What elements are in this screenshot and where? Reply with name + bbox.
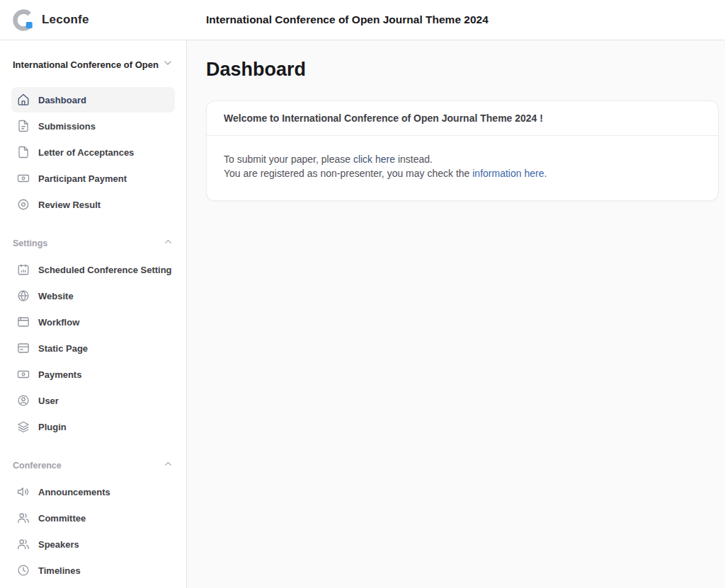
home-icon: [17, 93, 30, 106]
sidebar-item-website[interactable]: Website: [11, 283, 175, 309]
users-icon: [17, 538, 30, 550]
sidebar-item-label: Committee: [38, 513, 86, 524]
sidebar-item-letter-of-acceptances[interactable]: Letter of Acceptances: [11, 139, 175, 165]
app-logo[interactable]: Leconfe: [0, 8, 89, 32]
sidebar-item-label: Timelines: [38, 565, 81, 576]
section-header-conference[interactable]: Conference: [13, 459, 173, 472]
welcome-card-header: Welcome to International Conference of O…: [207, 101, 718, 135]
sidebar-item-label: Dashboard: [38, 95, 86, 105]
sidebar-item-label: Letter of Acceptances: [38, 147, 134, 158]
chevron-up-icon: [163, 459, 173, 472]
megaphone-icon: [17, 485, 30, 498]
users-icon: [17, 512, 30, 524]
sidebar-item-label: Payments: [38, 369, 81, 380]
sidebar-item-label: User: [38, 396, 59, 406]
sidebar-item-plugin[interactable]: Plugin: [11, 414, 175, 439]
information-here-link[interactable]: information here.: [472, 168, 547, 179]
sidebar-item-label: Review Result: [38, 200, 101, 210]
sidebar-item-label: Announcements: [38, 487, 110, 497]
section-label: Conference: [13, 461, 62, 471]
settings-nav: Scheduled Conference Setting Website Wor…: [11, 257, 175, 439]
page-title: Dashboard: [206, 59, 719, 81]
click-here-link[interactable]: click here: [353, 154, 395, 165]
sidebar-item-label: Static Page: [38, 343, 88, 354]
sidebar-item-label: Scheduled Conference Setting: [38, 265, 172, 275]
sidebar-item-user[interactable]: User: [11, 388, 175, 413]
brand-name: Leconfe: [42, 13, 89, 27]
chevron-down-icon: [162, 57, 173, 71]
sidebar-item-label: Plugin: [38, 422, 67, 432]
sidebar-item-dashboard[interactable]: Dashboard: [11, 87, 175, 113]
main-content: Dashboard Welcome to International Confe…: [187, 40, 725, 588]
sidebar-item-submissions[interactable]: Submissions: [11, 113, 175, 139]
conference-switcher-label: International Conference of Open: [13, 59, 159, 70]
submit-paper-line: To submit your paper, please click here …: [224, 152, 701, 166]
sidebar-item-payments[interactable]: Payments: [11, 362, 175, 387]
registration-info-line: You are registered as non-presenter, you…: [224, 166, 701, 180]
welcome-card: Welcome to International Conference of O…: [206, 100, 719, 201]
leconfe-logo-icon: [11, 8, 35, 32]
welcome-heading: Welcome to International Conference of O…: [224, 113, 543, 124]
sidebar-item-participant-payment[interactable]: Participant Payment: [11, 166, 175, 191]
layers-icon: [17, 420, 30, 433]
conference-nav: Announcements Committee Speakers Timelin…: [11, 479, 175, 583]
sidebar-item-label: Speakers: [38, 539, 79, 550]
sidebar-item-label: Workflow: [38, 317, 79, 328]
sidebar-item-label: Submissions: [38, 121, 96, 132]
globe-icon: [17, 289, 30, 302]
conference-switcher[interactable]: International Conference of Open: [11, 57, 175, 71]
user-circle-icon: [17, 394, 30, 407]
sidebar-item-static-page[interactable]: Static Page: [11, 335, 175, 361]
line2-prefix: You are registered as non-presenter, you…: [224, 168, 472, 179]
line1-prefix: To submit your paper, please: [224, 154, 353, 165]
top-header: Leconfe International Conference of Open…: [0, 0, 725, 40]
chevron-up-icon: [163, 236, 173, 250]
line1-suffix: instead.: [395, 154, 433, 165]
sidebar-item-label: Participant Payment: [38, 173, 127, 184]
welcome-card-body: To submit your paper, please click here …: [207, 136, 718, 200]
sidebar-item-committee[interactable]: Committee: [11, 505, 175, 531]
sidebar-item-announcements[interactable]: Announcements: [11, 479, 175, 505]
section-label: Settings: [13, 238, 47, 248]
calendar-chart-icon: [17, 263, 30, 276]
sidebar-item-review-result[interactable]: Review Result: [11, 192, 175, 217]
file-icon: [17, 146, 30, 158]
sidebar-item-label: Website: [38, 291, 74, 301]
clock-icon: [17, 564, 30, 577]
primary-nav: Dashboard Submissions Letter of Acceptan…: [11, 87, 175, 217]
sidebar: International Conference of Open Dashboa…: [0, 40, 187, 588]
banknote-icon: [17, 172, 30, 185]
banknote-icon: [17, 368, 30, 381]
sidebar-item-timelines[interactable]: Timelines: [11, 558, 175, 583]
app-window-icon: [17, 316, 30, 328]
file-text-icon: [17, 120, 30, 132]
sidebar-item-speakers[interactable]: Speakers: [11, 531, 175, 557]
sidebar-item-workflow[interactable]: Workflow: [11, 309, 175, 335]
sidebar-item-scheduled-conference-setting[interactable]: Scheduled Conference Setting: [11, 257, 175, 282]
section-header-settings[interactable]: Settings: [13, 236, 173, 250]
panel-page-icon: [17, 342, 30, 354]
disc-eye-icon: [17, 198, 30, 211]
header-conference-title: International Conference of Open Journal…: [206, 13, 489, 26]
